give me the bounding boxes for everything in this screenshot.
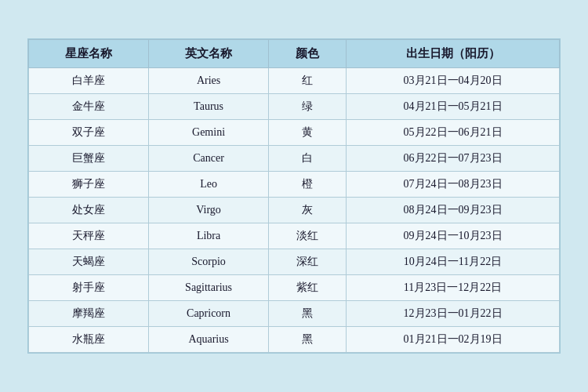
cell-4-3: 07月24日一08月23日 xyxy=(347,172,560,198)
table-row: 射手座Sagittarius紫红11月23日一12月22日 xyxy=(29,275,560,301)
cell-8-2: 紫红 xyxy=(269,275,347,301)
cell-6-2: 淡红 xyxy=(269,223,347,249)
cell-8-3: 11月23日一12月22日 xyxy=(347,275,560,301)
cell-5-0: 处女座 xyxy=(29,198,149,223)
cell-3-1: Cancer xyxy=(149,146,269,172)
cell-6-3: 09月24日一10月23日 xyxy=(347,223,560,249)
table-row: 水瓶座Aquarius黑01月21日一02月19日 xyxy=(29,327,560,353)
table-row: 巨蟹座Cancer白06月22日一07月23日 xyxy=(29,146,560,172)
cell-10-0: 水瓶座 xyxy=(29,327,149,353)
cell-2-1: Gemini xyxy=(149,120,269,146)
header-col-0: 星座名称 xyxy=(29,40,149,68)
table-row: 狮子座Leo橙07月24日一08月23日 xyxy=(29,172,560,198)
cell-3-0: 巨蟹座 xyxy=(29,146,149,172)
cell-6-1: Libra xyxy=(149,223,269,249)
table-row: 白羊座Aries红03月21日一04月20日 xyxy=(29,68,560,94)
cell-4-1: Leo xyxy=(149,172,269,198)
header-col-2: 颜色 xyxy=(269,40,347,68)
cell-1-1: Taurus xyxy=(149,94,269,120)
cell-4-2: 橙 xyxy=(269,172,347,198)
cell-8-1: Sagittarius xyxy=(149,275,269,301)
cell-3-2: 白 xyxy=(269,146,347,172)
cell-0-3: 03月21日一04月20日 xyxy=(347,68,560,94)
cell-0-2: 红 xyxy=(269,68,347,94)
table-row: 双子座Gemini黄05月22日一06月21日 xyxy=(29,120,560,146)
cell-7-0: 天蝎座 xyxy=(29,249,149,275)
table-header-row: 星座名称英文名称颜色出生日期（阳历） xyxy=(29,40,560,68)
header-col-3: 出生日期（阳历） xyxy=(347,40,560,68)
cell-0-0: 白羊座 xyxy=(29,68,149,94)
table-row: 摩羯座Capricorn黑12月23日一01月22日 xyxy=(29,301,560,327)
cell-7-3: 10月24日一11月22日 xyxy=(347,249,560,275)
cell-8-0: 射手座 xyxy=(29,275,149,301)
cell-7-1: Scorpio xyxy=(149,249,269,275)
cell-10-2: 黑 xyxy=(269,327,347,353)
table-row: 金牛座Taurus绿04月21日一05月21日 xyxy=(29,94,560,120)
cell-5-3: 08月24日一09月23日 xyxy=(347,198,560,223)
zodiac-table-container: 星座名称英文名称颜色出生日期（阳历） 白羊座Aries红03月21日一04月20… xyxy=(27,38,561,354)
cell-9-1: Capricorn xyxy=(149,301,269,327)
cell-5-2: 灰 xyxy=(269,198,347,223)
table-row: 处女座Virgo灰08月24日一09月23日 xyxy=(29,198,560,223)
cell-2-3: 05月22日一06月21日 xyxy=(347,120,560,146)
cell-9-3: 12月23日一01月22日 xyxy=(347,301,560,327)
cell-9-0: 摩羯座 xyxy=(29,301,149,327)
cell-1-2: 绿 xyxy=(269,94,347,120)
zodiac-table: 星座名称英文名称颜色出生日期（阳历） 白羊座Aries红03月21日一04月20… xyxy=(28,39,560,353)
cell-0-1: Aries xyxy=(149,68,269,94)
table-body: 白羊座Aries红03月21日一04月20日金牛座Taurus绿04月21日一0… xyxy=(29,68,560,353)
cell-1-0: 金牛座 xyxy=(29,94,149,120)
cell-9-2: 黑 xyxy=(269,301,347,327)
cell-2-0: 双子座 xyxy=(29,120,149,146)
cell-6-0: 天秤座 xyxy=(29,223,149,249)
cell-2-2: 黄 xyxy=(269,120,347,146)
table-row: 天秤座Libra淡红09月24日一10月23日 xyxy=(29,223,560,249)
cell-5-1: Virgo xyxy=(149,198,269,223)
header-col-1: 英文名称 xyxy=(149,40,269,68)
cell-3-3: 06月22日一07月23日 xyxy=(347,146,560,172)
cell-4-0: 狮子座 xyxy=(29,172,149,198)
cell-1-3: 04月21日一05月21日 xyxy=(347,94,560,120)
cell-10-3: 01月21日一02月19日 xyxy=(347,327,560,353)
table-row: 天蝎座Scorpio深红10月24日一11月22日 xyxy=(29,249,560,275)
cell-10-1: Aquarius xyxy=(149,327,269,353)
cell-7-2: 深红 xyxy=(269,249,347,275)
